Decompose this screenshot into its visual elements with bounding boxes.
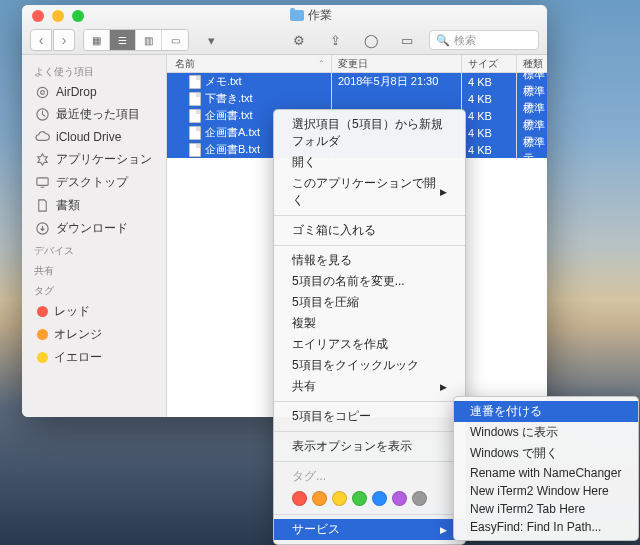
traffic-lights	[32, 10, 84, 22]
forward-button[interactable]: ›	[53, 29, 75, 51]
menu-item[interactable]: 選択項目（5項目）から新規フォルダ	[274, 114, 465, 152]
menu-item[interactable]: タグ...	[274, 466, 465, 487]
icon-view-button[interactable]: ▦	[84, 30, 110, 50]
menu-item-label: 5項目を圧縮	[292, 294, 359, 311]
svg-point-1	[40, 90, 44, 94]
sidebar-item-airdrop[interactable]: AirDrop	[22, 81, 166, 103]
menu-item-label: 複製	[292, 315, 316, 332]
submenu-arrow-icon: ▶	[440, 525, 447, 535]
file-row[interactable]: 下書き.txt4 KB標準テ	[167, 90, 547, 107]
download-icon	[34, 221, 50, 237]
menu-separator	[274, 461, 465, 462]
menu-item[interactable]: エイリアスを作成	[274, 334, 465, 355]
search-icon: 🔍	[436, 34, 450, 47]
menu-item-label: タグ...	[292, 468, 326, 485]
airdrop-icon	[34, 84, 50, 100]
tag-color[interactable]	[312, 491, 327, 506]
sidebar-header-favorites: よく使う項目	[22, 61, 166, 81]
file-icon	[189, 92, 201, 106]
tag-color[interactable]	[352, 491, 367, 506]
sidebar-header-devices: デバイス	[22, 240, 166, 260]
file-icon	[189, 75, 201, 89]
submenu-item[interactable]: 連番を付ける	[454, 401, 638, 422]
menu-item[interactable]: 開く	[274, 152, 465, 173]
submenu-item[interactable]: Windows に表示	[454, 422, 638, 443]
titlebar: 作業 ‹ › ▦ ☰ ▥ ▭ ▾ ⚙ ⇪ ◯ ▭ 🔍 検索	[22, 5, 547, 55]
submenu-item[interactable]: New iTerm2 Tab Here	[454, 500, 638, 518]
sidebar-item-label: オレンジ	[54, 326, 102, 343]
menu-item[interactable]: 5項目をクイックルック	[274, 355, 465, 376]
search-field[interactable]: 🔍 検索	[429, 30, 539, 50]
column-date[interactable]: 変更日	[332, 55, 462, 72]
submenu-item[interactable]: Rename with NameChanger	[454, 464, 638, 482]
action-button[interactable]: ⚙	[285, 30, 313, 50]
sidebar-item-desktop[interactable]: デスクトップ	[22, 171, 166, 194]
context-menu: 選択項目（5項目）から新規フォルダ開くこのアプリケーションで開く▶ゴミ箱に入れる…	[273, 109, 466, 545]
sidebar-item-label: 書類	[56, 197, 80, 214]
menu-item[interactable]: 複製	[274, 313, 465, 334]
back-button[interactable]: ‹	[30, 29, 52, 51]
sidebar-item-label: デスクトップ	[56, 174, 128, 191]
sidebar-item-label: AirDrop	[56, 85, 97, 99]
menu-item[interactable]: 5項目をコピー	[274, 406, 465, 427]
menu-item-label: 表示オプションを表示	[292, 438, 412, 455]
tag-color[interactable]	[392, 491, 407, 506]
sidebar-item-icloud[interactable]: iCloud Drive	[22, 126, 166, 148]
menu-item[interactable]: このアプリケーションで開く▶	[274, 173, 465, 211]
column-size[interactable]: サイズ	[462, 55, 517, 72]
file-size: 4 KB	[462, 107, 517, 124]
submenu-item[interactable]: Windows で開く	[454, 443, 638, 464]
file-icon	[189, 109, 201, 123]
menu-item-label: 共有	[292, 378, 316, 395]
sidebar-tag-yellow[interactable]: イエロー	[22, 346, 166, 369]
quicklook-button[interactable]: ▭	[393, 30, 421, 50]
tag-dot-icon	[37, 352, 48, 363]
list-view-button[interactable]: ☰	[110, 30, 136, 50]
tag-color[interactable]	[412, 491, 427, 506]
sidebar-item-label: iCloud Drive	[56, 130, 121, 144]
column-name[interactable]: 名前⌃	[167, 55, 332, 72]
tag-color[interactable]	[372, 491, 387, 506]
tag-color[interactable]	[292, 491, 307, 506]
svg-rect-3	[36, 178, 47, 186]
gallery-view-button[interactable]: ▭	[162, 30, 188, 50]
file-row[interactable]: メモ.txt2018年5月8日 21:304 KB標準テ	[167, 73, 547, 90]
tags-button[interactable]: ◯	[357, 30, 385, 50]
search-placeholder: 検索	[454, 33, 476, 48]
sidebar-item-recents[interactable]: 最近使った項目	[22, 103, 166, 126]
window-title: 作業	[308, 7, 332, 24]
menu-item-label: ゴミ箱に入れる	[292, 222, 376, 239]
submenu-arrow-icon: ▶	[440, 382, 447, 392]
doc-icon	[34, 198, 50, 214]
menu-item[interactable]: 表示オプションを表示	[274, 436, 465, 457]
sidebar-item-downloads[interactable]: ダウンロード	[22, 217, 166, 240]
menu-item-label: サービス	[292, 521, 340, 538]
submenu-item[interactable]: EasyFind: Find In Path...	[454, 518, 638, 536]
zoom-button[interactable]	[72, 10, 84, 22]
sidebar-item-label: 最近使った項目	[56, 106, 140, 123]
menu-item[interactable]: 情報を見る	[274, 250, 465, 271]
menu-separator	[274, 401, 465, 402]
tag-color[interactable]	[332, 491, 347, 506]
share-button[interactable]: ⇪	[321, 30, 349, 50]
sidebar-item-documents[interactable]: 書類	[22, 194, 166, 217]
menu-item[interactable]: 共有▶	[274, 376, 465, 397]
menu-item[interactable]: 5項目を圧縮	[274, 292, 465, 313]
sidebar-header-tags: タグ	[22, 280, 166, 300]
file-size: 4 KB	[462, 90, 517, 107]
sidebar-tag-red[interactable]: レッド	[22, 300, 166, 323]
menu-item-label: 5項目をコピー	[292, 408, 371, 425]
arrange-button[interactable]: ▾	[197, 30, 225, 50]
menu-item[interactable]: 5項目の名前を変更...	[274, 271, 465, 292]
minimize-button[interactable]	[52, 10, 64, 22]
menu-item[interactable]: サービス▶	[274, 519, 465, 540]
menu-item-label: 情報を見る	[292, 252, 352, 269]
close-button[interactable]	[32, 10, 44, 22]
submenu-item[interactable]: New iTerm2 Window Here	[454, 482, 638, 500]
sidebar-item-applications[interactable]: アプリケーション	[22, 148, 166, 171]
menu-item[interactable]: ゴミ箱に入れる	[274, 220, 465, 241]
column-view-button[interactable]: ▥	[136, 30, 162, 50]
sidebar-tag-orange[interactable]: オレンジ	[22, 323, 166, 346]
file-name: 下書き.txt	[205, 91, 253, 106]
sort-indicator-icon: ⌃	[318, 59, 325, 68]
